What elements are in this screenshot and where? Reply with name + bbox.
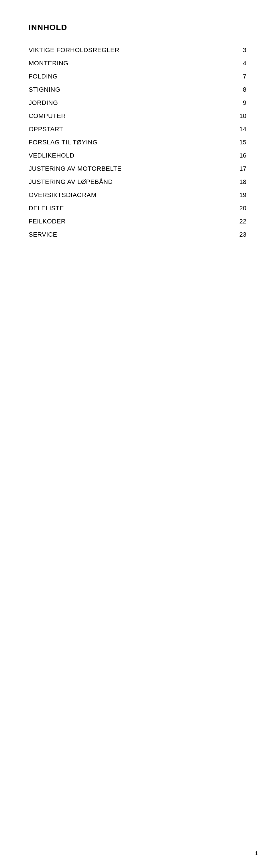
toc-item-page: 9 — [235, 99, 246, 106]
toc-item-label: DELELISTE — [29, 205, 64, 212]
toc-item-page: 4 — [235, 60, 246, 67]
toc-item-label: OVERSIKTSDIAGRAM — [29, 191, 96, 199]
toc-row: OVERSIKTSDIAGRAM19 — [29, 188, 246, 202]
toc-item-label: JUSTERING AV LØPEBÅND — [29, 178, 113, 186]
toc-row: VIKTIGE FORHOLDSREGLER3 — [29, 43, 246, 57]
toc-row: DELELISTE20 — [29, 202, 246, 215]
toc-item-page: 20 — [235, 205, 246, 212]
toc-row: OPPSTART14 — [29, 123, 246, 136]
toc-row: STIGNING8 — [29, 83, 246, 96]
toc-row: JUSTERING AV LØPEBÅND18 — [29, 175, 246, 188]
toc-item-label: FEILKODER — [29, 218, 66, 225]
toc-item-page: 19 — [235, 191, 246, 199]
toc-item-label: FOLDING — [29, 73, 58, 80]
toc-item-page: 10 — [235, 112, 246, 120]
page-container: INNHOLD VIKTIGE FORHOLDSREGLER3MONTERING… — [0, 0, 275, 868]
toc-list: VIKTIGE FORHOLDSREGLER3MONTERING4FOLDING… — [29, 43, 246, 241]
toc-item-page: 14 — [235, 125, 246, 133]
toc-item-label: OPPSTART — [29, 125, 63, 133]
toc-item-label: JUSTERING AV MOTORBELTE — [29, 165, 121, 173]
page-number: 1 — [255, 850, 258, 857]
toc-item-page: 22 — [235, 218, 246, 225]
toc-item-page: 3 — [235, 46, 246, 54]
toc-item-page: 18 — [235, 178, 246, 186]
toc-item-label: VIKTIGE FORHOLDSREGLER — [29, 46, 119, 54]
toc-row: FORSLAG TIL TØYING15 — [29, 136, 246, 149]
toc-row: FEILKODER22 — [29, 215, 246, 228]
toc-heading: INNHOLD — [29, 23, 246, 32]
toc-row: COMPUTER10 — [29, 110, 246, 123]
toc-item-label: JORDING — [29, 99, 58, 106]
toc-item-label: MONTERING — [29, 60, 68, 67]
toc-item-page: 23 — [235, 231, 246, 238]
toc-item-label: FORSLAG TIL TØYING — [29, 138, 98, 146]
toc-item-label: SERVICE — [29, 231, 57, 238]
toc-row: VEDLIKEHOLD16 — [29, 149, 246, 162]
toc-row: MONTERING4 — [29, 57, 246, 70]
toc-item-label: VEDLIKEHOLD — [29, 152, 74, 159]
toc-row: FOLDING7 — [29, 70, 246, 83]
toc-row: SERVICE23 — [29, 228, 246, 241]
toc-item-page: 7 — [235, 73, 246, 80]
toc-item-page: 16 — [235, 152, 246, 159]
toc-row: JUSTERING AV MOTORBELTE17 — [29, 162, 246, 175]
toc-item-page: 15 — [235, 138, 246, 146]
toc-item-page: 17 — [235, 165, 246, 173]
toc-item-page: 8 — [235, 86, 246, 93]
toc-row: JORDING9 — [29, 96, 246, 110]
toc-item-label: STIGNING — [29, 86, 60, 93]
toc-item-label: COMPUTER — [29, 112, 66, 120]
